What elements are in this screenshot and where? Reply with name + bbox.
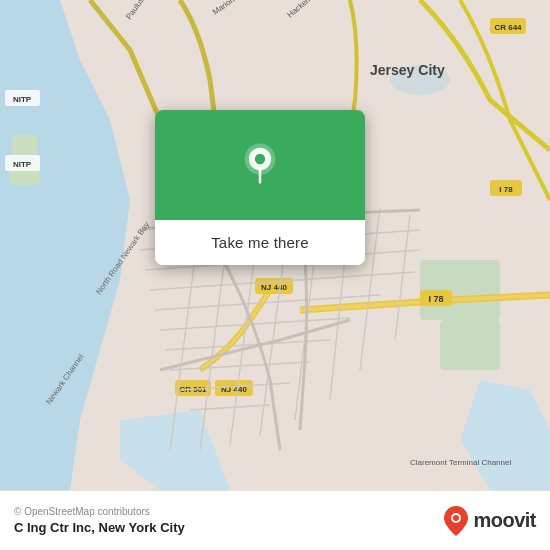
popup-map-preview xyxy=(155,110,365,220)
svg-point-53 xyxy=(255,154,265,164)
svg-rect-10 xyxy=(12,135,37,157)
bottom-left-info: © OpenStreetMap contributors C Ing Ctr I… xyxy=(14,506,185,535)
location-pin-icon xyxy=(236,141,284,189)
svg-text:NITP: NITP xyxy=(13,95,32,104)
svg-text:NITP: NITP xyxy=(13,160,32,169)
svg-text:I 78: I 78 xyxy=(428,294,443,304)
svg-point-55 xyxy=(453,515,459,521)
svg-text:Claremont Terminal Channel: Claremont Terminal Channel xyxy=(410,458,511,467)
take-me-there-button[interactable]: Take me there xyxy=(155,220,365,265)
map-view: I 78 NJ 440 NJ 440 CR 501 CR 644 I 78 xyxy=(0,0,550,490)
svg-text:NJ 440: NJ 440 xyxy=(261,283,287,292)
moovit-logo: moovit xyxy=(444,506,536,536)
svg-rect-8 xyxy=(440,320,500,370)
moovit-pin-icon xyxy=(444,506,468,536)
svg-text:CR 644: CR 644 xyxy=(494,23,522,32)
bottom-bar: © OpenStreetMap contributors C Ing Ctr I… xyxy=(0,490,550,550)
svg-text:Jersey City: Jersey City xyxy=(370,62,445,78)
location-title: C Ing Ctr Inc, New York City xyxy=(14,520,185,535)
map-attribution: © OpenStreetMap contributors xyxy=(14,506,185,517)
moovit-brand-text: moovit xyxy=(473,509,536,532)
location-popup: Take me there xyxy=(155,110,365,265)
svg-text:I 78: I 78 xyxy=(499,185,513,194)
